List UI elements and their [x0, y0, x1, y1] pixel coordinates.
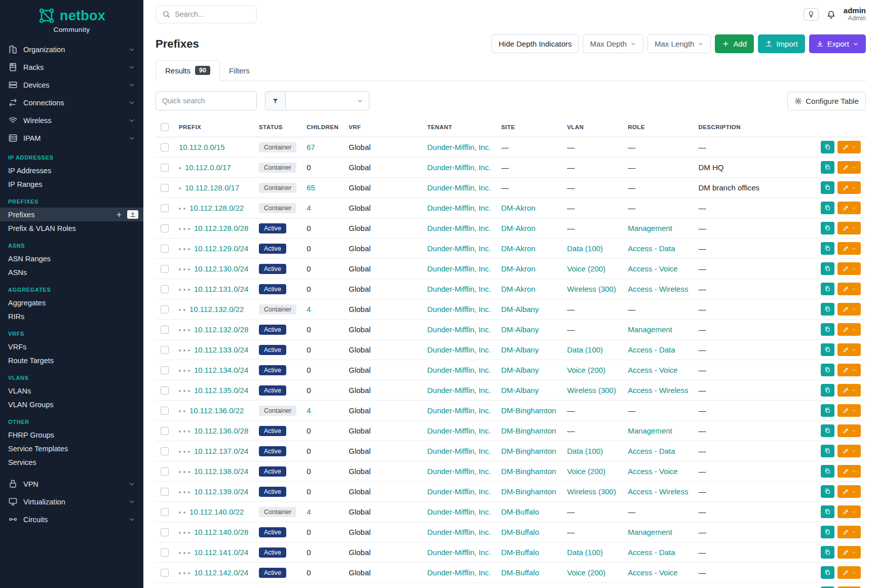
tenant-link[interactable]: Dunder-Mifflin, Inc. — [427, 224, 491, 232]
row-checkbox[interactable] — [161, 467, 169, 476]
prefix-link[interactable]: 10.112.128.0/28 — [194, 224, 248, 232]
row-checkbox[interactable] — [161, 204, 169, 212]
tenant-link[interactable]: Dunder-Mifflin, Inc. — [427, 447, 491, 455]
site-link[interactable]: DM-Albany — [501, 325, 539, 334]
vlan-link[interactable]: Wireless (300) — [567, 285, 616, 293]
children-link[interactable]: 4 — [307, 507, 311, 516]
prefix-link[interactable]: 10.112.128.0/17 — [185, 183, 239, 192]
role-link[interactable]: Access - Data — [628, 447, 675, 455]
tenant-link[interactable]: Dunder-Mifflin, Inc. — [427, 345, 491, 354]
sidebar-item-organization[interactable]: Organization — [0, 41, 143, 58]
sidebar-item-connections[interactable]: Connections — [0, 94, 143, 111]
edit-button[interactable] — [837, 161, 861, 174]
max-depth-dropdown[interactable]: Max Depth — [583, 34, 643, 53]
sidebar-item-route-targets[interactable]: Route Targets — [0, 354, 143, 367]
prefix-link[interactable]: 10.112.0.0/17 — [185, 163, 231, 172]
copy-button[interactable] — [821, 364, 834, 376]
tenant-link[interactable]: Dunder-Mifflin, Inc. — [427, 528, 491, 536]
sidebar-item-vrfs[interactable]: VRFs — [0, 340, 143, 354]
row-checkbox[interactable] — [161, 164, 169, 172]
edit-button[interactable] — [837, 505, 861, 518]
edit-button[interactable] — [837, 262, 861, 275]
import-button[interactable]: Import — [758, 34, 805, 53]
row-checkbox[interactable] — [161, 407, 169, 415]
user-menu[interactable]: admin Admin — [844, 6, 866, 22]
edit-button[interactable] — [837, 485, 861, 498]
prefix-link[interactable]: 10.112.0.0/15 — [179, 143, 225, 151]
prefix-link[interactable]: 10.112.138.0/24 — [194, 467, 248, 476]
sidebar-item-virtualization[interactable]: Virtualization — [0, 493, 143, 511]
sidebar-item-services[interactable]: Services — [0, 455, 143, 469]
children-link[interactable]: 4 — [307, 406, 311, 415]
site-link[interactable]: DM-Albany — [501, 305, 539, 313]
row-checkbox[interactable] — [161, 305, 169, 313]
copy-button[interactable] — [821, 303, 834, 316]
copy-button[interactable] — [821, 465, 834, 478]
saved-filter-select[interactable] — [286, 91, 369, 110]
vlan-link[interactable]: Voice (200) — [567, 366, 605, 374]
edit-button[interactable] — [837, 384, 861, 397]
add-button[interactable]: Add — [715, 34, 754, 53]
tenant-link[interactable]: Dunder-Mifflin, Inc. — [427, 204, 491, 212]
copy-button[interactable] — [821, 485, 834, 498]
vlan-link[interactable]: Data (100) — [567, 345, 603, 354]
prefix-link[interactable]: 10.112.134.0/24 — [194, 366, 248, 374]
row-checkbox[interactable] — [161, 346, 169, 354]
row-checkbox[interactable] — [161, 224, 169, 232]
sidebar-item-wireless[interactable]: Wireless — [0, 111, 143, 129]
edit-button[interactable] — [837, 343, 861, 356]
tenant-link[interactable]: Dunder-Mifflin, Inc. — [427, 163, 491, 172]
role-link[interactable]: Access - Data — [628, 244, 675, 253]
tenant-link[interactable]: Dunder-Mifflin, Inc. — [427, 507, 491, 516]
brand[interactable]: netbox Community — [0, 7, 143, 41]
prefix-link[interactable]: 10.112.142.0/24 — [194, 568, 248, 577]
row-checkbox[interactable] — [161, 265, 169, 273]
copy-button[interactable] — [821, 546, 834, 559]
copy-button[interactable] — [821, 161, 834, 174]
site-link[interactable]: DM-Akron — [501, 204, 536, 212]
edit-button[interactable] — [837, 141, 861, 153]
edit-button[interactable] — [837, 202, 861, 214]
vlan-link[interactable]: Voice (200) — [567, 467, 605, 476]
site-link[interactable]: DM-Binghamton — [501, 487, 556, 496]
prefix-link[interactable]: 10.112.132.0/22 — [189, 305, 244, 313]
select-all-checkbox[interactable] — [161, 123, 169, 131]
sidebar-item-prefix-vlan-roles[interactable]: Prefix & VLAN Roles — [0, 221, 143, 235]
sidebar-item-racks[interactable]: Racks — [0, 58, 143, 76]
edit-button[interactable] — [837, 364, 861, 376]
prefix-link[interactable]: 10.112.133.0/24 — [194, 345, 248, 354]
edit-button[interactable] — [837, 303, 861, 316]
vlan-link[interactable]: Data (100) — [567, 548, 603, 557]
sidebar-item-ip-ranges[interactable]: IP Ranges — [0, 177, 143, 191]
theme-toggle-button[interactable] — [804, 8, 819, 21]
row-checkbox[interactable] — [161, 508, 169, 516]
row-checkbox[interactable] — [161, 548, 169, 557]
hide-depth-indicators-button[interactable]: Hide Depth Indicators — [491, 34, 579, 53]
row-checkbox[interactable] — [161, 386, 169, 395]
sidebar-item-ipam[interactable]: IPAM — [0, 129, 143, 147]
role-link[interactable]: Access - Data — [628, 345, 675, 354]
site-link[interactable]: DM-Akron — [501, 224, 536, 232]
edit-button[interactable] — [837, 404, 861, 417]
tab-results[interactable]: Results 90 — [156, 60, 220, 81]
tenant-link[interactable]: Dunder-Mifflin, Inc. — [427, 386, 491, 395]
tenant-link[interactable]: Dunder-Mifflin, Inc. — [427, 487, 491, 496]
site-link[interactable]: DM-Binghamton — [501, 467, 556, 476]
edit-button[interactable] — [837, 445, 861, 457]
vlan-link[interactable]: Voice (200) — [567, 264, 605, 273]
site-link[interactable]: DM-Binghamton — [501, 447, 556, 455]
copy-button[interactable] — [821, 384, 834, 397]
row-checkbox[interactable] — [161, 427, 169, 435]
prefix-link[interactable]: 10.112.141.0/24 — [194, 548, 248, 557]
site-link[interactable]: DM-Binghamton — [501, 426, 556, 435]
site-link[interactable]: DM-Binghamton — [501, 406, 556, 415]
copy-button[interactable] — [821, 222, 834, 234]
vlan-link[interactable]: Data (100) — [567, 447, 603, 455]
tenant-link[interactable]: Dunder-Mifflin, Inc. — [427, 143, 491, 151]
copy-button[interactable] — [821, 526, 834, 538]
copy-button[interactable] — [821, 343, 834, 356]
sidebar-item-vlan-groups[interactable]: VLAN Groups — [0, 398, 143, 411]
prefix-link[interactable]: 10.112.139.0/24 — [194, 487, 248, 496]
copy-button[interactable] — [821, 181, 834, 194]
tab-filters[interactable]: Filters — [220, 61, 259, 81]
